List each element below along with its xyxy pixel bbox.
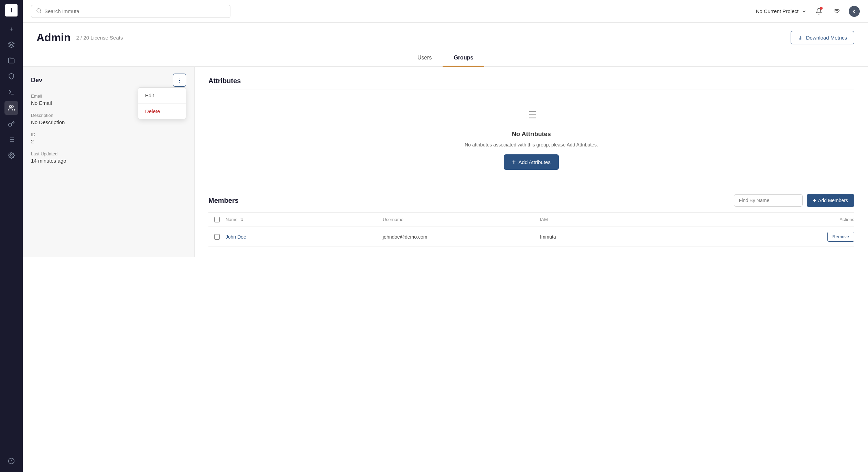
attributes-empty-state: No Attributes No attributes associated w… (208, 95, 854, 184)
row-iam: Immuta (540, 234, 697, 240)
header-actions: Actions (697, 217, 854, 222)
dropdown-edit[interactable]: Edit (138, 88, 186, 103)
dropdown-menu: Edit Delete (138, 87, 186, 119)
wifi-icon-btn[interactable] (831, 6, 843, 17)
last-updated-field: Last Updated 14 minutes ago (31, 151, 186, 164)
svg-point-13 (37, 9, 41, 12)
user-avatar[interactable]: c (849, 6, 860, 17)
sidebar-item-folder[interactable] (4, 54, 18, 67)
header-checkbox-col (208, 217, 226, 222)
page-title: Admin (36, 31, 71, 44)
search-icon (36, 8, 42, 15)
sidebar-item-settings[interactable] (4, 149, 18, 162)
add-attributes-button[interactable]: + Add Attributes (504, 154, 559, 170)
sort-icon: ⇅ (240, 218, 243, 222)
sidebar: I ＋ (0, 0, 23, 472)
notification-dot (820, 7, 823, 10)
panel-layout: Dev ⋮ Edit Delete Email No Email Descrip… (23, 67, 868, 257)
select-all-checkbox[interactable] (214, 217, 220, 222)
row-checkbox-col (208, 234, 226, 240)
last-updated-label: Last Updated (31, 151, 186, 156)
license-seats: 2 / 20 License Seats (76, 35, 123, 41)
svg-point-9 (11, 155, 12, 156)
svg-line-14 (40, 12, 41, 13)
notifications-button[interactable] (813, 6, 825, 17)
plus-icon: + (512, 158, 516, 166)
project-selector[interactable]: No Current Project (756, 8, 807, 14)
header-name: Name ⇅ (226, 217, 383, 222)
tab-users[interactable]: Users (406, 50, 443, 67)
row-name[interactable]: John Doe (226, 234, 383, 240)
no-attributes-desc: No attributes associated with this group… (465, 142, 598, 147)
content-area: Admin 2 / 20 License Seats Download Metr… (23, 23, 868, 472)
tab-groups[interactable]: Groups (443, 50, 484, 67)
members-header: Members + Add Members (208, 194, 854, 207)
project-label: No Current Project (756, 8, 799, 14)
remove-button[interactable]: Remove (827, 232, 854, 242)
tabs: Users Groups (23, 50, 868, 67)
id-label: ID (31, 132, 186, 137)
no-attributes-title: No Attributes (512, 131, 551, 138)
kebab-button[interactable]: ⋮ (173, 74, 186, 87)
search-box[interactable] (31, 5, 230, 18)
page-title-area: Admin 2 / 20 License Seats (36, 31, 123, 44)
table-header: Name ⇅ Username IAM Actions (208, 213, 854, 227)
download-metrics-button[interactable]: Download Metrics (791, 31, 854, 44)
sidebar-item-help[interactable] (4, 454, 18, 468)
topbar: No Current Project c (23, 0, 868, 23)
table-row: John Doe johndoe@demo.com Immuta Remove (208, 227, 854, 247)
sidebar-item-add[interactable]: ＋ (4, 22, 18, 36)
add-members-button[interactable]: + Add Members (807, 194, 855, 207)
svg-marker-0 (9, 42, 14, 45)
group-name: Dev (31, 77, 42, 84)
sidebar-item-layers[interactable] (4, 38, 18, 52)
bar-chart-icon (798, 35, 803, 41)
row-actions: Remove (697, 232, 854, 242)
right-panel: Attributes No Attributes No attributes a… (195, 67, 868, 257)
page-header: Admin 2 / 20 License Seats Download Metr… (23, 23, 868, 44)
description-value: No Description (31, 119, 186, 125)
sidebar-item-users[interactable] (4, 101, 18, 115)
left-panel: Dev ⋮ Edit Delete Email No Email Descrip… (23, 67, 195, 257)
sidebar-item-key[interactable] (4, 117, 18, 131)
search-input[interactable] (44, 8, 225, 14)
group-header: Dev ⋮ (31, 74, 186, 87)
row-username: johndoe@demo.com (383, 234, 540, 240)
sidebar-item-terminal[interactable] (4, 85, 18, 99)
chevron-updown-icon (801, 9, 807, 14)
svg-point-2 (9, 106, 12, 108)
last-updated-value: 14 minutes ago (31, 158, 186, 164)
id-field: ID 2 (31, 132, 186, 144)
header-username: Username (383, 217, 540, 222)
members-controls: + Add Members (734, 194, 855, 207)
plus-icon-members: + (813, 197, 816, 204)
members-title: Members (208, 197, 239, 205)
topbar-right: No Current Project c (756, 6, 860, 17)
find-by-name-input[interactable] (734, 194, 803, 207)
members-table: Name ⇅ Username IAM Actions John Doe joh… (208, 212, 854, 247)
row-checkbox[interactable] (214, 234, 220, 240)
attributes-section-title: Attributes (208, 77, 854, 89)
dropdown-delete[interactable]: Delete (138, 103, 186, 119)
sidebar-item-shield[interactable] (4, 69, 18, 83)
signal-icon (833, 8, 840, 15)
header-iam: IAM (540, 217, 697, 222)
list-icon (525, 109, 538, 124)
sidebar-item-list[interactable] (4, 133, 18, 146)
sidebar-logo[interactable]: I (5, 4, 18, 17)
id-value: 2 (31, 139, 186, 144)
main-area: No Current Project c Admin 2 / 20 Licens… (23, 0, 868, 472)
